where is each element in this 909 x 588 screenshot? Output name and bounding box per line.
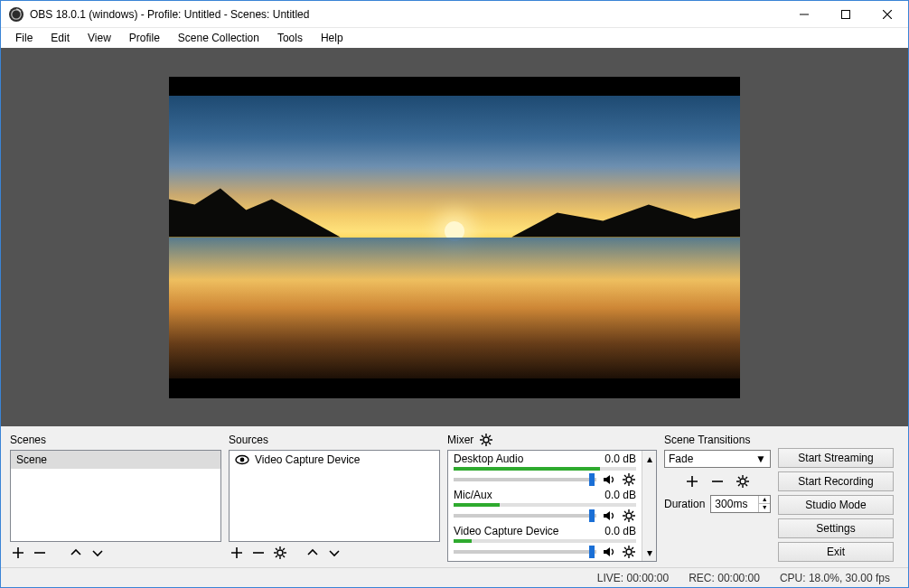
minus-icon xyxy=(252,546,265,559)
transition-remove-button[interactable] xyxy=(709,473,726,490)
mixer-mute-button[interactable] xyxy=(602,545,616,559)
duration-input[interactable] xyxy=(711,498,758,510)
mixer-volume-slider[interactable] xyxy=(454,478,596,481)
gear-icon xyxy=(274,546,286,559)
menu-file[interactable]: File xyxy=(8,30,40,46)
preview-video-content xyxy=(169,96,740,378)
menu-view[interactable]: View xyxy=(80,30,118,46)
mixer-meter xyxy=(454,539,636,543)
mixer-channel-db: 0.0 dB xyxy=(604,525,636,537)
maximize-icon xyxy=(841,10,850,19)
mixer-meter xyxy=(454,467,636,471)
gear-icon xyxy=(480,434,492,446)
mixer-volume-slider[interactable] xyxy=(454,514,596,518)
start-recording-button[interactable]: Start Recording xyxy=(778,471,894,491)
menubar: File Edit View Profile Scene Collection … xyxy=(1,28,908,48)
controls-column: Start Streaming Start Recording Studio M… xyxy=(778,432,894,562)
mixer-header-label: Mixer xyxy=(447,434,473,446)
gear-icon xyxy=(623,546,635,558)
settings-button[interactable]: Settings xyxy=(778,518,894,538)
mixer-channel-settings-button[interactable] xyxy=(622,509,636,523)
mixer-channel-settings-button[interactable] xyxy=(622,545,636,559)
mixer-channel-name: Mic/Aux xyxy=(454,489,492,501)
start-streaming-button[interactable]: Start Streaming xyxy=(778,448,894,468)
mixer-header: Mixer xyxy=(447,432,657,448)
obs-app-icon xyxy=(8,6,24,23)
window-controls xyxy=(783,1,908,28)
scene-add-button[interactable] xyxy=(10,545,26,561)
close-icon xyxy=(883,10,892,19)
mixer-channel-name: Video Capture Device xyxy=(454,525,559,537)
source-add-button[interactable] xyxy=(229,545,245,561)
sources-list[interactable]: Video Capture Device xyxy=(229,450,440,542)
speaker-icon xyxy=(603,546,615,558)
plus-icon xyxy=(230,546,243,559)
menu-scene-collection[interactable]: Scene Collection xyxy=(171,30,267,46)
source-up-button[interactable] xyxy=(305,545,321,561)
svg-point-5 xyxy=(277,550,283,555)
chevron-up-icon xyxy=(307,547,318,558)
mixer-meter xyxy=(454,503,636,507)
minimize-icon xyxy=(800,10,809,19)
mixer-scrollbar[interactable]: ▴ ▾ xyxy=(642,451,656,561)
status-rec: REC: 00:00:00 xyxy=(689,572,760,584)
gear-icon xyxy=(623,509,635,522)
speaker-icon xyxy=(603,509,615,522)
menu-tools[interactable]: Tools xyxy=(270,30,310,46)
status-live: LIVE: 00:00:00 xyxy=(597,572,669,584)
mixer-channel-db: 0.0 dB xyxy=(604,489,636,501)
plus-icon xyxy=(12,546,24,559)
source-down-button[interactable] xyxy=(326,545,342,561)
duration-spinner[interactable]: ▲ ▼ xyxy=(710,495,771,513)
maximize-button[interactable] xyxy=(825,1,867,28)
preview-canvas[interactable] xyxy=(169,77,740,398)
mixer-body: Desktop Audio 0.0 dB Mic/Aux 0.0 dB Vide… xyxy=(447,450,657,562)
svg-point-4 xyxy=(240,458,245,462)
menu-profile[interactable]: Profile xyxy=(122,30,167,46)
status-cpu: CPU: 18.0%, 30.00 fps xyxy=(780,572,890,584)
mixer-mute-button[interactable] xyxy=(602,509,616,523)
mixer-channel-name: Desktop Audio xyxy=(454,453,523,465)
chevron-up-icon xyxy=(70,547,81,558)
eye-icon[interactable] xyxy=(235,454,249,465)
scene-item[interactable]: Scene xyxy=(11,451,220,469)
scenes-list[interactable]: Scene xyxy=(10,450,221,542)
mixer-mute-button[interactable] xyxy=(602,472,616,487)
svg-point-10 xyxy=(740,479,745,484)
dropdown-icon: ▼ xyxy=(755,453,766,465)
minus-icon xyxy=(33,546,46,559)
source-item[interactable]: Video Capture Device xyxy=(230,451,439,469)
scene-up-button[interactable] xyxy=(68,545,84,561)
studio-mode-button[interactable]: Studio Mode xyxy=(778,495,894,515)
exit-button[interactable]: Exit xyxy=(778,542,894,562)
close-button[interactable] xyxy=(867,1,908,28)
transition-add-button[interactable] xyxy=(684,473,700,490)
duration-up[interactable]: ▲ xyxy=(759,496,770,504)
source-remove-button[interactable] xyxy=(250,545,267,561)
menu-help[interactable]: Help xyxy=(314,30,351,46)
mixer-settings-button[interactable] xyxy=(479,433,493,447)
duration-down[interactable]: ▼ xyxy=(759,504,770,512)
mixer-channel: Video Capture Device 0.0 dB xyxy=(454,525,636,559)
scene-remove-button[interactable] xyxy=(32,545,48,561)
transition-select[interactable]: Fade ▼ xyxy=(664,450,771,468)
transitions-panel: Scene Transitions Fade ▼ Duration xyxy=(664,432,771,562)
scroll-down-icon[interactable]: ▾ xyxy=(647,546,652,559)
lower-panels: Scenes Scene Sources Video Capture Devic… xyxy=(1,426,908,567)
chevron-down-icon xyxy=(329,547,340,558)
minimize-button[interactable] xyxy=(783,1,825,28)
source-item-label: Video Capture Device xyxy=(255,453,361,466)
gear-icon xyxy=(736,475,749,488)
mixer-channel-settings-button[interactable] xyxy=(622,472,636,487)
svg-point-9 xyxy=(626,549,632,555)
sources-header: Sources xyxy=(229,432,440,448)
transition-properties-button[interactable] xyxy=(735,473,751,490)
mixer-volume-slider[interactable] xyxy=(454,550,596,554)
menu-edit[interactable]: Edit xyxy=(43,30,77,46)
gear-icon xyxy=(623,473,635,486)
scene-down-button[interactable] xyxy=(89,545,106,561)
scenes-footer xyxy=(10,542,221,562)
source-properties-button[interactable] xyxy=(272,545,288,561)
preview-area xyxy=(1,48,908,426)
scroll-up-icon[interactable]: ▴ xyxy=(647,453,652,465)
